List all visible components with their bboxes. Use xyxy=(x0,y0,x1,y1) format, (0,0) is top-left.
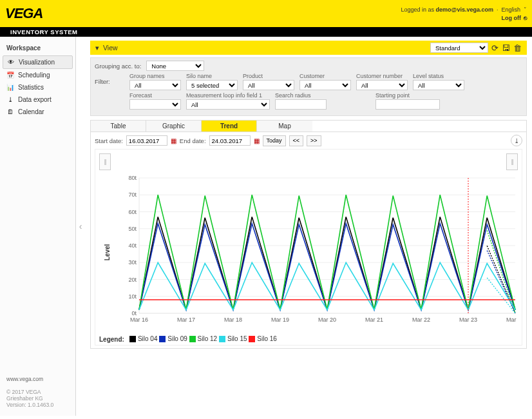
mloop-label: Measurement loop info field 1 xyxy=(186,92,270,99)
eye-icon: 👁 xyxy=(7,59,15,66)
collapse-sidebar-button[interactable]: ‹ xyxy=(76,37,85,416)
y-axis-label: Level xyxy=(104,244,111,260)
startdate-label: Start date: xyxy=(95,137,123,144)
mloop-select[interactable]: All xyxy=(186,99,270,110)
app-version: Version: 1.0.1463.0 xyxy=(6,402,69,408)
slider-right-handle[interactable]: || xyxy=(506,153,518,170)
svg-text:20t: 20t xyxy=(128,277,137,283)
groupnames-select[interactable]: All xyxy=(129,80,181,90)
filter-panel: Grouping acc. to: None Filter: Group nam… xyxy=(90,57,527,116)
view-label: View xyxy=(103,44,118,52)
forecast-select[interactable] xyxy=(129,99,181,110)
sidebar-item-calendar[interactable]: 🗓 Calendar xyxy=(3,106,73,118)
prev-range-button[interactable]: << xyxy=(289,135,304,146)
delete-view-icon[interactable]: 🗑 xyxy=(513,43,522,53)
svg-text:50t: 50t xyxy=(128,226,137,232)
bars-icon: 📊 xyxy=(6,84,14,91)
sidebar-item-statistics[interactable]: 📊 Statistics xyxy=(3,81,73,93)
view-select[interactable]: Standard xyxy=(430,43,488,53)
tab-table[interactable]: Table xyxy=(91,121,146,132)
view-tabs: Table Graphic Trend Map xyxy=(90,120,527,132)
inventory-subtitle: INVENTORY SYSTEM xyxy=(0,27,532,37)
customer-label: Customer xyxy=(299,73,351,79)
startpoint-label: Starting point xyxy=(375,92,440,99)
chevron-down-icon[interactable]: ˅ xyxy=(522,6,527,13)
logoff-button[interactable]: Log off ⎋ xyxy=(502,15,527,21)
grouping-label: Grouping acc. to: xyxy=(95,63,141,70)
tab-graphic[interactable]: Graphic xyxy=(146,121,202,132)
legend-item[interactable]: Silo 12 xyxy=(189,335,218,342)
legend-item[interactable]: Silo 04 xyxy=(129,335,158,342)
logged-in-prefix: Logged in as xyxy=(401,6,436,13)
download-icon: ⤓ xyxy=(6,96,14,103)
sidebar-title: Workspace xyxy=(3,42,73,55)
svg-text:Mar 24: Mar 24 xyxy=(506,317,518,323)
chart-svg: 0t10t20t30t40t50t60t70t80t Mar 16Mar 17M… xyxy=(116,171,518,333)
sidebar-item-dataexport[interactable]: ⤓ Data export xyxy=(3,93,73,106)
svg-text:Mar 21: Mar 21 xyxy=(365,317,383,323)
save-view-icon[interactable]: 🖫 xyxy=(502,43,510,53)
logged-in-user: demo@vis.vega.com xyxy=(436,6,493,13)
vega-link[interactable]: www.vega.com xyxy=(6,376,43,382)
sidebar-item-label: Statistics xyxy=(18,84,44,91)
grouping-select[interactable]: None xyxy=(146,61,204,71)
radius-input[interactable] xyxy=(275,99,327,110)
legend-item[interactable]: Silo 09 xyxy=(159,335,187,342)
product-select[interactable]: All xyxy=(243,80,294,90)
trend-chart: || || Level 0t10t20t30t40t50t60t70t80t xyxy=(95,149,522,346)
calendar-icon: 📅 xyxy=(6,72,14,79)
calendar-start-icon[interactable]: ▦ xyxy=(171,137,176,144)
enddate-label: End date: xyxy=(180,137,206,144)
logoff-label: Log off xyxy=(502,15,522,21)
svg-text:Mar 19: Mar 19 xyxy=(271,317,289,323)
svg-text:80t: 80t xyxy=(128,175,137,181)
brand-logo: VEGA xyxy=(5,6,43,21)
slider-left-handle[interactable]: || xyxy=(99,153,111,170)
refresh-icon[interactable]: ⟳ xyxy=(491,43,499,53)
svg-text:0t: 0t xyxy=(131,310,137,317)
radius-label: Search radius xyxy=(275,92,327,99)
startdate-input[interactable] xyxy=(126,135,167,146)
svg-text:Mar 17: Mar 17 xyxy=(177,317,195,323)
sidebar-item-label: Data export xyxy=(18,96,52,103)
sidebar-item-label: Visualization xyxy=(19,59,55,66)
logoff-icon: ⎋ xyxy=(524,15,527,21)
levelstatus-label: Level status xyxy=(413,73,464,79)
sidebar: Workspace 👁 Visualization 📅 Scheduling 📊… xyxy=(0,37,76,416)
tab-trend[interactable]: Trend xyxy=(202,121,257,132)
today-button[interactable]: Today xyxy=(263,135,286,146)
sidebar-item-label: Scheduling xyxy=(18,72,50,79)
svg-text:70t: 70t xyxy=(128,191,137,198)
svg-text:40t: 40t xyxy=(128,242,137,249)
svg-text:10t: 10t xyxy=(128,293,137,300)
groupnames-label: Group names xyxy=(129,73,181,79)
legend-item[interactable]: Silo 16 xyxy=(249,335,277,342)
siloname-label: Silo name xyxy=(186,73,238,79)
triangle-down-icon[interactable]: ▾ xyxy=(95,44,99,52)
language-selector[interactable]: English xyxy=(501,6,520,13)
topbar: VEGA Logged in as demo@vis.vega.com · En… xyxy=(0,0,532,27)
svg-text:Mar 20: Mar 20 xyxy=(318,317,336,323)
download-chart-icon[interactable]: ⤓ xyxy=(511,135,522,146)
startpoint-input[interactable] xyxy=(375,99,440,110)
legend-item[interactable]: Silo 15 xyxy=(219,335,247,342)
svg-text:Mar 22: Mar 22 xyxy=(412,317,430,323)
sidebar-item-visualization[interactable]: 👁 Visualization xyxy=(3,55,73,69)
siloname-select[interactable]: 5 selected xyxy=(186,80,238,90)
levelstatus-select[interactable]: All xyxy=(413,80,464,90)
sidebar-item-scheduling[interactable]: 📅 Scheduling xyxy=(3,69,73,81)
svg-text:30t: 30t xyxy=(128,259,137,266)
forecast-label: Forecast xyxy=(129,92,181,99)
calendar-end-icon[interactable]: ▦ xyxy=(254,137,260,144)
svg-text:Mar 23: Mar 23 xyxy=(459,317,477,323)
next-range-button[interactable]: >> xyxy=(307,135,321,146)
tab-map[interactable]: Map xyxy=(257,121,312,132)
filter-label: Filter: xyxy=(95,78,124,85)
calendar2-icon: 🗓 xyxy=(6,108,14,115)
custno-select[interactable]: All xyxy=(356,80,408,90)
svg-text:Mar 16: Mar 16 xyxy=(130,317,148,323)
svg-text:60t: 60t xyxy=(128,209,137,215)
customer-select[interactable]: All xyxy=(299,80,351,90)
legend-title: Legend: xyxy=(99,336,124,343)
enddate-input[interactable] xyxy=(209,135,251,146)
